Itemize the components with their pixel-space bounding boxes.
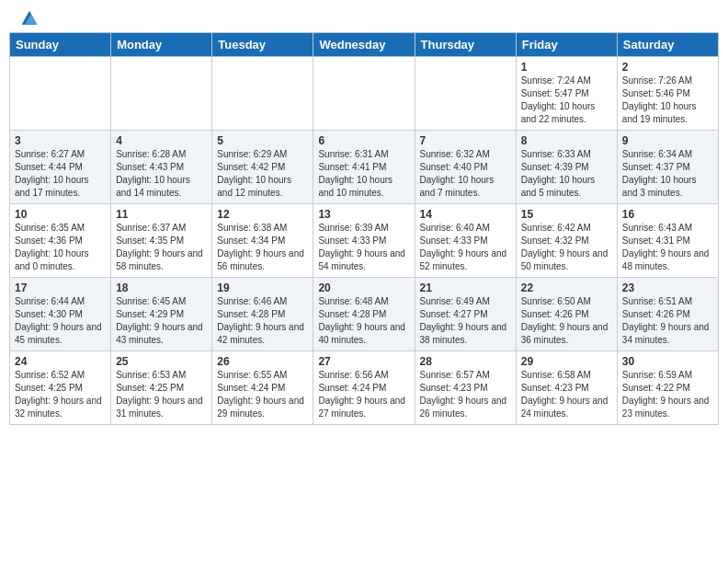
day-number: 15 <box>521 208 612 221</box>
calendar-cell: 21Sunrise: 6:49 AMSunset: 4:27 PMDayligh… <box>415 278 516 351</box>
day-info: Sunrise: 6:45 AMSunset: 4:29 PMDaylight:… <box>116 295 207 347</box>
day-info: Sunrise: 6:58 AMSunset: 4:23 PMDaylight:… <box>521 369 612 420</box>
calendar-cell <box>111 57 212 131</box>
calendar-cell: 24Sunrise: 6:52 AMSunset: 4:25 PMDayligh… <box>10 351 111 425</box>
day-info: Sunrise: 6:37 AMSunset: 4:35 PMDaylight:… <box>116 222 207 273</box>
calendar-cell: 7Sunrise: 6:32 AMSunset: 4:40 PMDaylight… <box>415 131 516 204</box>
calendar-cell: 12Sunrise: 6:38 AMSunset: 4:34 PMDayligh… <box>212 204 313 278</box>
day-info: Sunrise: 6:55 AMSunset: 4:24 PMDaylight:… <box>217 369 308 420</box>
day-number: 7 <box>420 134 511 147</box>
day-number: 3 <box>15 134 106 147</box>
day-info: Sunrise: 6:27 AMSunset: 4:44 PMDaylight:… <box>15 148 106 200</box>
calendar-cell: 17Sunrise: 6:44 AMSunset: 4:30 PMDayligh… <box>10 278 111 351</box>
calendar-cell: 15Sunrise: 6:42 AMSunset: 4:32 PMDayligh… <box>516 204 617 278</box>
weekday-header: Saturday <box>617 33 718 57</box>
day-info: Sunrise: 6:56 AMSunset: 4:24 PMDaylight:… <box>318 369 409 420</box>
calendar-cell: 6Sunrise: 6:31 AMSunset: 4:41 PMDaylight… <box>313 131 415 204</box>
day-number: 17 <box>15 282 106 294</box>
day-number: 4 <box>116 134 207 147</box>
day-info: Sunrise: 6:40 AMSunset: 4:33 PMDaylight:… <box>420 222 511 273</box>
calendar-cell <box>10 57 111 131</box>
calendar-cell: 22Sunrise: 6:50 AMSunset: 4:26 PMDayligh… <box>516 278 617 351</box>
day-number: 12 <box>217 208 308 221</box>
day-info: Sunrise: 6:48 AMSunset: 4:28 PMDaylight:… <box>318 295 409 347</box>
day-info: Sunrise: 6:51 AMSunset: 4:26 PMDaylight:… <box>622 295 713 347</box>
calendar-cell: 5Sunrise: 6:29 AMSunset: 4:42 PMDaylight… <box>212 131 313 204</box>
day-number: 1 <box>521 61 612 74</box>
day-info: Sunrise: 7:26 AMSunset: 5:46 PMDaylight:… <box>622 75 713 126</box>
calendar-cell: 4Sunrise: 6:28 AMSunset: 4:43 PMDaylight… <box>111 131 212 204</box>
calendar-cell: 30Sunrise: 6:59 AMSunset: 4:22 PMDayligh… <box>617 351 718 425</box>
calendar-cell: 2Sunrise: 7:26 AMSunset: 5:46 PMDaylight… <box>617 57 718 131</box>
calendar-cell: 29Sunrise: 6:58 AMSunset: 4:23 PMDayligh… <box>516 351 617 425</box>
day-number: 28 <box>420 355 511 368</box>
day-info: Sunrise: 6:43 AMSunset: 4:31 PMDaylight:… <box>622 222 713 273</box>
calendar-cell: 8Sunrise: 6:33 AMSunset: 4:39 PMDaylight… <box>516 131 617 204</box>
day-info: Sunrise: 6:33 AMSunset: 4:39 PMDaylight:… <box>521 148 612 200</box>
day-number: 10 <box>15 208 106 221</box>
day-number: 26 <box>217 355 308 368</box>
day-info: Sunrise: 6:44 AMSunset: 4:30 PMDaylight:… <box>15 295 106 347</box>
logo-icon <box>20 9 39 28</box>
day-number: 14 <box>420 208 511 221</box>
day-info: Sunrise: 6:31 AMSunset: 4:41 PMDaylight:… <box>318 148 409 200</box>
calendar-cell: 23Sunrise: 6:51 AMSunset: 4:26 PMDayligh… <box>617 278 718 351</box>
calendar-cell: 25Sunrise: 6:53 AMSunset: 4:25 PMDayligh… <box>111 351 212 425</box>
day-info: Sunrise: 6:57 AMSunset: 4:23 PMDaylight:… <box>420 369 511 420</box>
calendar-table: SundayMondayTuesdayWednesdayThursdayFrid… <box>9 32 719 425</box>
calendar-cell: 18Sunrise: 6:45 AMSunset: 4:29 PMDayligh… <box>111 278 212 351</box>
weekday-header: Monday <box>111 33 212 57</box>
calendar-cell <box>212 57 313 131</box>
day-info: Sunrise: 6:38 AMSunset: 4:34 PMDaylight:… <box>217 222 308 273</box>
day-info: Sunrise: 6:53 AMSunset: 4:25 PMDaylight:… <box>116 369 207 420</box>
day-number: 2 <box>622 61 713 74</box>
calendar-cell: 14Sunrise: 6:40 AMSunset: 4:33 PMDayligh… <box>415 204 516 278</box>
weekday-header: Sunday <box>10 33 111 57</box>
calendar-cell: 27Sunrise: 6:56 AMSunset: 4:24 PMDayligh… <box>313 351 415 425</box>
calendar-cell: 19Sunrise: 6:46 AMSunset: 4:28 PMDayligh… <box>212 278 313 351</box>
weekday-header: Thursday <box>415 33 516 57</box>
weekday-header: Wednesday <box>313 33 415 57</box>
day-number: 23 <box>622 282 713 294</box>
calendar-cell: 26Sunrise: 6:55 AMSunset: 4:24 PMDayligh… <box>212 351 313 425</box>
day-info: Sunrise: 7:24 AMSunset: 5:47 PMDaylight:… <box>521 75 612 126</box>
day-info: Sunrise: 6:52 AMSunset: 4:25 PMDaylight:… <box>15 369 106 420</box>
day-info: Sunrise: 6:32 AMSunset: 4:40 PMDaylight:… <box>420 148 511 200</box>
calendar-cell: 1Sunrise: 7:24 AMSunset: 5:47 PMDaylight… <box>516 57 617 131</box>
day-number: 19 <box>217 282 308 294</box>
day-info: Sunrise: 6:39 AMSunset: 4:33 PMDaylight:… <box>318 222 409 273</box>
calendar-cell: 28Sunrise: 6:57 AMSunset: 4:23 PMDayligh… <box>415 351 516 425</box>
day-number: 16 <box>622 208 713 221</box>
logo <box>18 9 39 28</box>
day-number: 6 <box>318 134 409 147</box>
day-number: 27 <box>318 355 409 368</box>
page-header <box>0 0 728 32</box>
day-number: 25 <box>116 355 207 368</box>
day-info: Sunrise: 6:29 AMSunset: 4:42 PMDaylight:… <box>217 148 308 200</box>
calendar-cell: 3Sunrise: 6:27 AMSunset: 4:44 PMDaylight… <box>10 131 111 204</box>
day-number: 18 <box>116 282 207 294</box>
weekday-header: Friday <box>516 33 617 57</box>
day-number: 22 <box>521 282 612 294</box>
day-info: Sunrise: 6:28 AMSunset: 4:43 PMDaylight:… <box>116 148 207 200</box>
calendar-cell: 10Sunrise: 6:35 AMSunset: 4:36 PMDayligh… <box>10 204 111 278</box>
day-number: 8 <box>521 134 612 147</box>
day-info: Sunrise: 6:49 AMSunset: 4:27 PMDaylight:… <box>420 295 511 347</box>
day-info: Sunrise: 6:34 AMSunset: 4:37 PMDaylight:… <box>622 148 713 200</box>
day-number: 24 <box>15 355 106 368</box>
day-number: 21 <box>420 282 511 294</box>
day-number: 30 <box>622 355 713 368</box>
calendar-cell: 13Sunrise: 6:39 AMSunset: 4:33 PMDayligh… <box>313 204 415 278</box>
day-number: 29 <box>521 355 612 368</box>
calendar-cell <box>313 57 415 131</box>
day-info: Sunrise: 6:59 AMSunset: 4:22 PMDaylight:… <box>622 369 713 420</box>
calendar-cell <box>415 57 516 131</box>
day-number: 11 <box>116 208 207 221</box>
calendar-cell: 9Sunrise: 6:34 AMSunset: 4:37 PMDaylight… <box>617 131 718 204</box>
calendar-cell: 16Sunrise: 6:43 AMSunset: 4:31 PMDayligh… <box>617 204 718 278</box>
day-number: 9 <box>622 134 713 147</box>
day-number: 5 <box>217 134 308 147</box>
day-info: Sunrise: 6:50 AMSunset: 4:26 PMDaylight:… <box>521 295 612 347</box>
calendar-cell: 20Sunrise: 6:48 AMSunset: 4:28 PMDayligh… <box>313 278 415 351</box>
day-number: 20 <box>318 282 409 294</box>
